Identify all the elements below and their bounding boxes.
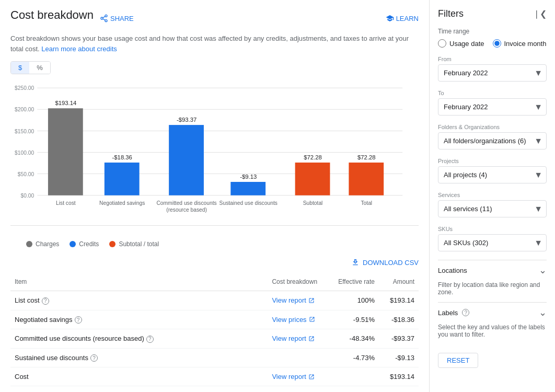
share-icon: [100, 14, 108, 22]
bar-chart: $250.00 $200.00 $150.00 $100.00 $50.00 $…: [10, 79, 419, 225]
invoice-month-radio[interactable]: Invoice month: [493, 39, 547, 48]
skus-select-wrapper: All SKUs (302) ▼: [438, 234, 547, 251]
svg-text:$193.14: $193.14: [55, 100, 76, 106]
bar-sustained: [230, 182, 265, 195]
subtotal-dot: [109, 241, 115, 247]
help-icon[interactable]: ?: [42, 297, 49, 305]
to-label: To: [438, 90, 547, 96]
labels-header[interactable]: Labels ? ⌄: [438, 302, 547, 322]
legend-charges: Charges: [26, 240, 59, 248]
table-row: Committed use discounts (resource based)…: [10, 329, 419, 349]
skus-label: SKUs: [438, 226, 547, 232]
labels-help-icon[interactable]: ?: [462, 309, 469, 316]
charges-dot: [26, 241, 32, 247]
help-icon[interactable]: ?: [146, 336, 154, 343]
locations-title: Locations: [438, 267, 467, 274]
learn-icon: [386, 14, 394, 22]
locations-header[interactable]: Locations ⌄: [438, 260, 547, 280]
download-csv-button[interactable]: DOWNLOAD CSV: [351, 258, 419, 267]
projects-select-wrapper: All projects (4) ▼: [438, 166, 547, 183]
svg-text:$50.00: $50.00: [18, 171, 34, 177]
skus-select[interactable]: All SKUs (302): [438, 234, 547, 251]
svg-text:$72.28: $72.28: [304, 154, 322, 160]
view-report-link-2[interactable]: View report: [272, 335, 324, 342]
services-select-wrapper: All services (11) ▼: [438, 200, 547, 217]
svg-text:(resource based): (resource based): [166, 207, 207, 213]
main-content: Cost breakdown SHARE LEARN Cost breakdow…: [0, 0, 430, 392]
svg-text:$0.00: $0.00: [21, 193, 34, 199]
svg-line-4: [103, 16, 106, 18]
view-toggle: $ %: [10, 61, 51, 74]
svg-point-1: [101, 17, 103, 19]
svg-text:Subtotal: Subtotal: [303, 200, 323, 206]
usage-date-radio-input[interactable]: [438, 39, 446, 48]
svg-point-0: [105, 15, 107, 17]
folders-select-wrapper: All folders/organizations (6) ▼: [438, 132, 547, 149]
bar-subtotal: [295, 163, 330, 195]
legend-subtotal: Subtotal / total: [109, 240, 159, 248]
svg-text:$250.00: $250.00: [15, 85, 34, 91]
projects-label: Projects: [438, 158, 547, 164]
bar-committed: [169, 125, 204, 195]
help-icon[interactable]: ?: [75, 316, 82, 324]
time-range-filter: Time range Usage date Invoice month: [438, 28, 547, 48]
time-range-radio-group: Usage date Invoice month: [438, 39, 547, 48]
svg-text:-$9.13: -$9.13: [240, 174, 257, 180]
legend-charges-label: Charges: [36, 240, 59, 248]
cost-table: Item Cost breakdown Effective rate Amoun…: [10, 273, 419, 392]
credits-link[interactable]: Learn more about credits: [41, 45, 117, 53]
view-report-link[interactable]: View report: [272, 296, 324, 304]
reset-button[interactable]: RESET: [438, 353, 478, 368]
page-title: Cost breakdown: [10, 8, 94, 22]
external-link-icon: [309, 316, 315, 322]
svg-text:Sustained use discounts: Sustained use discounts: [219, 200, 278, 206]
learn-button[interactable]: LEARN: [386, 14, 419, 22]
invoice-month-radio-input[interactable]: [493, 39, 501, 48]
services-filter: Services All services (11) ▼: [438, 192, 547, 217]
svg-text:Committed use discounts: Committed use discounts: [156, 200, 216, 206]
chart-area: $250.00 $200.00 $150.00 $100.00 $50.00 $…: [10, 79, 419, 226]
dollar-toggle[interactable]: $: [11, 62, 29, 74]
share-button[interactable]: SHARE: [100, 14, 134, 22]
table-row: List cost? View report 100% $193.14: [10, 291, 419, 310]
locations-desc: Filter by location data like region and …: [438, 281, 547, 296]
svg-text:$200.00: $200.00: [15, 107, 34, 112]
legend-credits-label: Credits: [79, 240, 99, 248]
legend-credits: Credits: [70, 240, 99, 248]
to-select[interactable]: February 2022: [438, 98, 547, 116]
download-row: DOWNLOAD CSV: [10, 254, 419, 273]
help-icon[interactable]: ?: [90, 354, 98, 362]
table-row: Total savings (negotiated savings, disco…: [10, 386, 419, 392]
description-text: Cost breakdown shows your base usage cos…: [10, 33, 419, 54]
col-cost-breakdown: Cost breakdown: [268, 273, 328, 291]
folders-select[interactable]: All folders/organizations (6): [438, 132, 547, 149]
view-report-link-3[interactable]: View report: [272, 373, 324, 381]
col-item: Item: [10, 273, 268, 291]
svg-text:-$93.37: -$93.37: [177, 117, 196, 123]
col-amount: Amount: [379, 273, 419, 291]
bar-negotiated: [105, 163, 140, 195]
table-header-row: Item Cost breakdown Effective rate Amoun…: [10, 273, 419, 291]
locations-chevron: ⌄: [539, 264, 547, 276]
svg-text:Total: Total: [361, 200, 372, 206]
labels-section: Labels ? ⌄ Select the key and values of …: [438, 302, 547, 338]
usage-date-radio[interactable]: Usage date: [438, 39, 484, 48]
svg-text:$100.00: $100.00: [15, 150, 34, 156]
external-link-icon: [308, 336, 315, 342]
from-label: From: [438, 56, 547, 62]
labels-title: Labels: [438, 309, 458, 317]
svg-text:$150.00: $150.00: [15, 129, 34, 134]
chart-legend: Charges Credits Subtotal / total: [10, 236, 419, 254]
projects-select[interactable]: All projects (4): [438, 166, 547, 183]
locations-section: Locations ⌄ Filter by location data like…: [438, 260, 547, 296]
collapse-sidebar-icon[interactable]: ❘❮: [533, 9, 547, 19]
percent-toggle[interactable]: %: [29, 62, 50, 74]
bar-list-cost: [48, 108, 83, 195]
view-prices-link[interactable]: View prices: [272, 316, 324, 324]
to-filter: To February 2022 ▼: [438, 90, 547, 116]
from-select[interactable]: February 2022: [438, 64, 547, 82]
from-filter: From February 2022 ▼: [438, 56, 547, 82]
from-select-wrapper: February 2022 ▼: [438, 64, 547, 82]
labels-chevron: ⌄: [539, 307, 547, 318]
services-select[interactable]: All services (11): [438, 200, 547, 217]
